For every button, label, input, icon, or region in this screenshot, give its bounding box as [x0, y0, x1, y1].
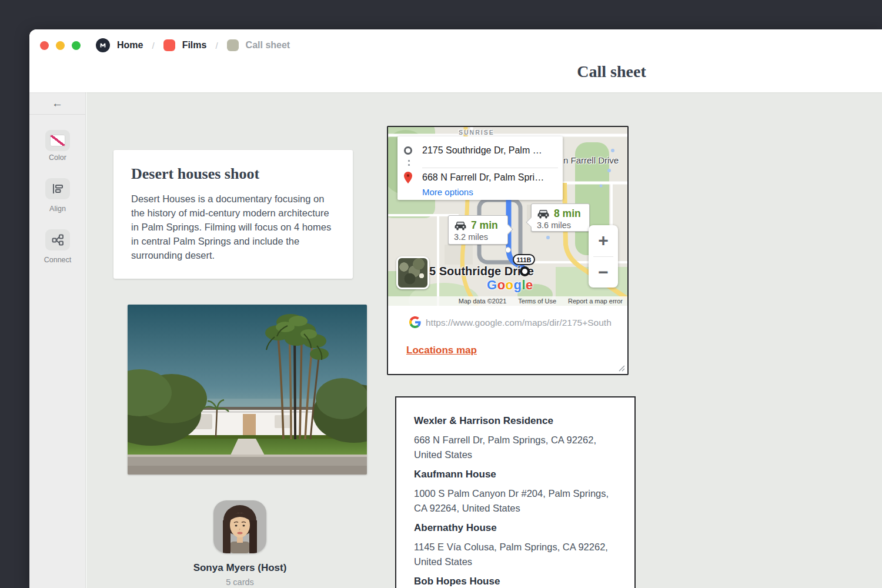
report-map-error-link[interactable]: Report a map error	[568, 298, 623, 305]
window-minimize-button[interactable]	[56, 41, 65, 50]
location-address: 1000 S Palm Canyon Dr #204, Palm Springs…	[414, 486, 617, 515]
toolbar-sidebar: ← Color Align	[29, 92, 86, 588]
google-logo[interactable]: Google	[487, 278, 533, 293]
street-label-sunrise: SUNRISE	[459, 129, 495, 136]
map-url-row: https://www.google.com/maps/dir/2175+Sou…	[388, 306, 627, 341]
location-name: Abernathy House	[414, 521, 617, 535]
align-icon	[51, 182, 65, 196]
breadcrumb: Home / Films / Call sheet	[40, 35, 290, 55]
board-canvas[interactable]: Desert houses shoot Desert Houses is a d…	[86, 92, 882, 588]
collapse-sidebar-button[interactable]: ←	[29, 92, 85, 115]
directions-origin: 2175 Southridge Dr, Palm …	[422, 145, 559, 156]
map-card[interactable]: SUNRISE n Farrell Drive 2175 Southridge …	[387, 126, 629, 375]
window-zoom-button[interactable]	[72, 41, 81, 50]
route-dot-icon	[408, 160, 410, 162]
locations-list-card[interactable]: Wexler & Harrison Residence 668 N Farrel…	[395, 396, 636, 588]
alternate-distance: 3.6 miles	[537, 220, 571, 230]
map-source-url[interactable]: https://www.google.com/maps/dir/2175+Sou…	[426, 318, 626, 328]
directions-destination: 668 N Farrell Dr, Palm Spri…	[422, 172, 559, 183]
directions-divider	[422, 168, 558, 168]
google-map-embed[interactable]: SUNRISE n Farrell Drive 2175 Southridge …	[388, 127, 627, 306]
align-tool-label: Align	[29, 205, 86, 213]
location-name: Bob Hopes House	[414, 574, 617, 588]
connect-icon	[51, 233, 65, 247]
origin-marker-icon	[404, 146, 412, 155]
note-body: Desert Houses is a documentary focusing …	[131, 192, 335, 262]
car-icon	[536, 209, 550, 219]
window-header: Home / Films / Call sheet Call sheet	[29, 29, 882, 92]
app-stage: Home / Films / Call sheet Call sheet ← C…	[0, 0, 882, 588]
breadcrumb-films[interactable]: Films	[182, 40, 207, 51]
satellite-view-toggle[interactable]	[396, 256, 429, 289]
person-card-count: 5 cards	[137, 577, 343, 587]
films-board-icon[interactable]	[163, 39, 175, 51]
breadcrumb-call-sheet[interactable]: Call sheet	[246, 40, 290, 51]
destination-pin-icon	[404, 172, 412, 183]
origin-map-marker	[520, 266, 530, 276]
car-icon	[453, 220, 467, 230]
align-tool-button[interactable]	[45, 178, 70, 199]
location-name: Kaufmann House	[414, 467, 617, 482]
window-close-button[interactable]	[40, 41, 49, 50]
route-time-primary[interactable]: 7 min 3.2 miles	[448, 215, 508, 245]
zoom-in-button[interactable]: +	[589, 225, 618, 256]
location-name: Wexler & Harrison Residence	[414, 414, 617, 428]
route-time-alternate[interactable]: 8 min 3.6 miles	[531, 203, 590, 232]
person-photo-card[interactable]	[213, 500, 266, 553]
route-dot-icon	[408, 164, 410, 166]
google-g-icon	[409, 316, 421, 328]
highway-shield-111b: 111B	[513, 254, 535, 265]
more-options-link[interactable]: More options	[422, 187, 473, 197]
locations-map-link[interactable]: Locations map	[406, 345, 477, 356]
photo-card-palm-springs-house[interactable]	[128, 305, 367, 475]
location-address: 668 N Farrell Dr, Palm Springs, CA 92262…	[414, 433, 617, 462]
color-swatch-icon	[50, 135, 65, 146]
breadcrumb-home[interactable]: Home	[117, 40, 143, 51]
breadcrumb-separator: /	[215, 41, 218, 51]
palm-house-photo	[128, 305, 367, 475]
page-title: Call sheet	[488, 62, 735, 81]
primary-distance: 3.2 miles	[454, 232, 488, 242]
portrait-photo	[213, 500, 266, 553]
milanote-logo-icon[interactable]	[96, 38, 110, 52]
location-address: 1145 E Vía Colusa, Palm Springs, CA 9226…	[414, 540, 617, 569]
alternate-duration: 8 min	[554, 208, 581, 220]
back-arrow-icon: ←	[52, 97, 63, 110]
person-name: Sonya Myers (Host)	[137, 562, 343, 574]
call-sheet-board-icon[interactable]	[227, 39, 239, 51]
map-zoom-control: + −	[589, 225, 618, 288]
zoom-out-button[interactable]: −	[589, 257, 618, 288]
color-tool-label: Color	[29, 153, 86, 162]
color-tool-button[interactable]	[45, 130, 70, 151]
note-title: Desert houses shoot	[131, 165, 335, 183]
directions-panel: 2175 Southridge Dr, Palm … 668 N Farrell…	[397, 136, 563, 200]
note-card-desert-houses[interactable]: Desert houses shoot Desert Houses is a d…	[113, 150, 353, 279]
connect-tool-label: Connect	[29, 256, 86, 264]
connect-tool-button[interactable]	[45, 229, 70, 250]
terms-of-use-link[interactable]: Terms of Use	[518, 298, 556, 305]
street-label-farrell: n Farrell Drive	[563, 155, 619, 165]
primary-duration: 7 min	[471, 219, 498, 232]
street-label-southridge: 5 Southridge Drive	[429, 265, 534, 278]
map-data-credit: Map data ©2021	[459, 298, 507, 305]
resize-handle[interactable]	[618, 365, 625, 372]
app-window: Home / Films / Call sheet Call sheet ← C…	[29, 29, 882, 588]
breadcrumb-separator: /	[152, 41, 154, 51]
map-attribution: Map data ©2021 Terms of Use Report a map…	[388, 296, 627, 306]
